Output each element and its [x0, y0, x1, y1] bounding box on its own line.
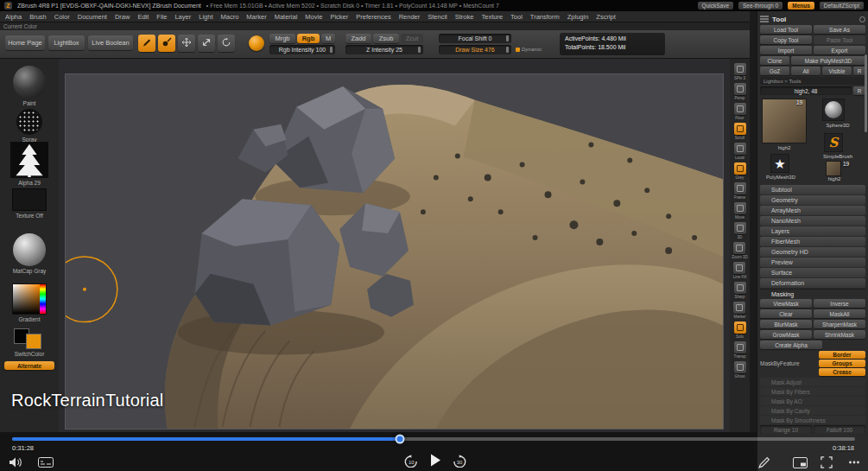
section-deformation[interactable]: Deformation: [760, 278, 865, 288]
goz-r-button[interactable]: R: [853, 67, 865, 75]
sharp-toggle[interactable]: Sharp: [734, 282, 746, 299]
menu-layer[interactable]: Layer: [174, 13, 191, 21]
rgb-intensity-slider[interactable]: Rgb Intensity 100: [269, 45, 335, 54]
zcut-button[interactable]: Zcut: [401, 34, 423, 43]
menus-button[interactable]: Menus: [788, 2, 814, 10]
menu-alpha[interactable]: Alpha: [5, 13, 22, 21]
groups-button[interactable]: Groups: [819, 360, 865, 367]
menu-stroke[interactable]: Stroke: [455, 13, 474, 21]
skip-back-button[interactable]: 10: [404, 455, 418, 468]
material-selector[interactable]: MatCap Gray: [0, 233, 59, 274]
paste-tool-button[interactable]: Paste Tool: [814, 35, 865, 44]
play-button[interactable]: [430, 454, 441, 467]
mask-by-smoothness-row[interactable]: Mask By Smoothness: [760, 416, 865, 424]
make-polymesh3d-button[interactable]: Make PolyMesh3D: [791, 56, 865, 65]
border-button[interactable]: Border: [819, 351, 865, 359]
move-canvas-toggle[interactable]: Move: [734, 202, 746, 220]
lightbox-button[interactable]: LightBox: [48, 35, 85, 50]
zoom3d-toggle[interactable]: Zoom 3D: [732, 242, 748, 259]
section-geometry-hd[interactable]: Geometry HD: [760, 247, 865, 257]
load-tool-button[interactable]: Load Tool: [760, 25, 812, 34]
menu-color[interactable]: Color: [54, 13, 70, 21]
inverse-button[interactable]: Inverse: [814, 299, 865, 308]
menu-marker[interactable]: Marker: [246, 13, 266, 21]
mask-adjust-row[interactable]: Mask Adjust: [760, 378, 865, 386]
grey-toggle[interactable]: Grey: [734, 162, 746, 180]
default-zscript-button[interactable]: DefaultZScript: [820, 2, 864, 10]
create-alpha-button[interactable]: Create Alpha: [760, 341, 822, 349]
viewport[interactable]: [59, 59, 730, 432]
menu-stencil[interactable]: Stencil: [428, 13, 447, 21]
spix-toggle[interactable]: SPix 3: [734, 63, 746, 80]
transp-toggle[interactable]: Transp: [734, 341, 746, 359]
live-boolean-button[interactable]: Live Boolean: [88, 35, 133, 50]
shrinkmask-button[interactable]: ShrinkMask: [814, 330, 865, 339]
volume-button[interactable]: [9, 456, 23, 468]
lightbox-path[interactable]: Lightbox > Tools: [760, 77, 865, 85]
goz-visible-button[interactable]: Visible: [822, 67, 852, 75]
mask-by-cavity-row[interactable]: Mask By Cavity: [760, 406, 865, 415]
skip-forward-button[interactable]: 30: [453, 455, 466, 468]
quicksave-button[interactable]: QuickSave: [698, 2, 733, 10]
section-arraymesh[interactable]: ArrayMesh: [760, 206, 865, 215]
edit-mode-button[interactable]: [138, 35, 155, 52]
focal-shift-slider[interactable]: Focal Shift 0: [439, 34, 511, 43]
alternate-button[interactable]: Alternate: [4, 361, 54, 370]
see-through-slider[interactable]: See-through 0: [738, 2, 782, 10]
section-preview[interactable]: Preview: [760, 258, 865, 267]
menu-brush[interactable]: Brush: [29, 13, 47, 21]
captions-button[interactable]: [38, 457, 54, 468]
panel-scrollbar[interactable]: [865, 54, 867, 132]
texture-selector[interactable]: Texture Off: [0, 188, 59, 219]
zadd-button[interactable]: Zadd: [345, 34, 371, 43]
draw-size-slider[interactable]: Draw Size 476: [439, 45, 511, 54]
more-options-button[interactable]: [848, 456, 860, 468]
tool-palette-header[interactable]: Tool: [760, 14, 865, 25]
move-mode-button[interactable]: [178, 35, 195, 52]
clear-mask-button[interactable]: Clear: [760, 309, 812, 318]
menu-zscript[interactable]: Zscript: [596, 13, 616, 21]
menu-edit[interactable]: Edit: [137, 13, 149, 21]
menu-preferences[interactable]: Preferences: [356, 13, 390, 21]
blurmask-button[interactable]: BlurMask: [760, 320, 812, 328]
m-button[interactable]: M: [321, 34, 335, 43]
menu-texture[interactable]: Texture: [481, 13, 503, 21]
clone-button[interactable]: Clone: [760, 56, 789, 65]
scale-mode-button[interactable]: [198, 35, 215, 52]
dynamic-toggle[interactable]: Dynamic: [516, 47, 542, 52]
section-nanomesh[interactable]: NanoMesh: [760, 216, 865, 226]
ghost-toggle[interactable]: Ghost: [734, 361, 746, 379]
section-geometry[interactable]: Geometry: [760, 195, 865, 205]
range-slider[interactable]: Range 10: [760, 425, 812, 434]
goz-button[interactable]: GoZ: [760, 67, 789, 75]
tool-r-button[interactable]: R: [853, 86, 865, 95]
copy-tool-button[interactable]: Copy Tool: [760, 35, 812, 44]
floor-toggle[interactable]: Floor: [734, 103, 746, 120]
local-toggle[interactable]: Local: [734, 143, 746, 160]
switch-color[interactable]: SwitchColor: [0, 328, 59, 357]
sphere3d-thumbnail[interactable]: [822, 99, 845, 121]
pip-button[interactable]: [793, 457, 808, 468]
menu-tool[interactable]: Tool: [510, 13, 523, 21]
menu-material[interactable]: Material: [275, 13, 298, 21]
home-page-button[interactable]: Home Page: [5, 35, 45, 50]
progress-thumb[interactable]: [395, 435, 404, 444]
menu-zplugin[interactable]: Zplugin: [567, 13, 589, 21]
goz-all-button[interactable]: All: [791, 67, 820, 75]
frame-toggle[interactable]: Frame: [734, 182, 746, 200]
rotate-mode-button[interactable]: [218, 35, 235, 52]
solo-toggle[interactable]: Solo: [734, 321, 746, 339]
fullscreen-button[interactable]: [820, 456, 833, 468]
z-intensity-slider[interactable]: Z Intensity 25: [345, 45, 423, 54]
mask-by-ao-row[interactable]: Mask By AO: [760, 397, 865, 405]
falloff-slider[interactable]: Falloff 100: [814, 425, 865, 434]
sharpenmask-button[interactable]: SharpenMask: [814, 320, 865, 328]
marker-toggle[interactable]: Marker: [733, 302, 745, 319]
menu-transform[interactable]: Transform: [530, 13, 560, 21]
scroll-toggle[interactable]: Scroll: [734, 123, 746, 140]
video-progress-bar[interactable]: [12, 437, 855, 441]
viewmask-button[interactable]: ViewMask: [760, 299, 812, 308]
growmask-button[interactable]: GrowMask: [760, 330, 812, 339]
current-material-swatch[interactable]: [249, 35, 264, 51]
menu-macro[interactable]: Macro: [220, 13, 238, 21]
